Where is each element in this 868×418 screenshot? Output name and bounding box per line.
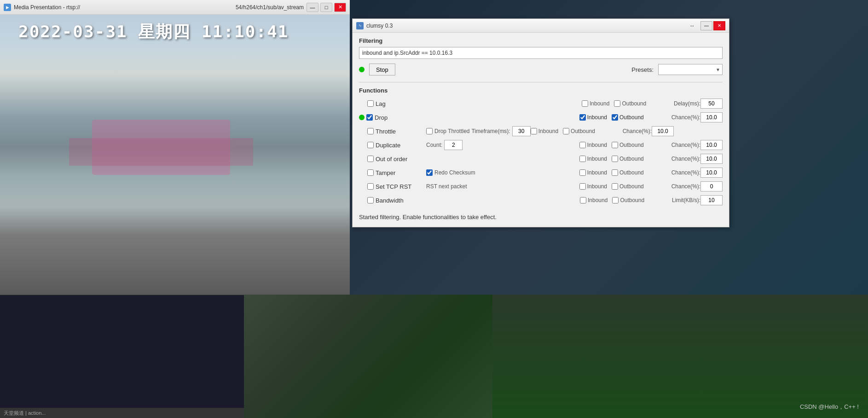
stop-button[interactable]: Stop	[369, 64, 395, 75]
duplicate-inbound-checkbox[interactable]	[579, 142, 586, 148]
duplicate-outbound-checkbox[interactable]	[612, 142, 618, 148]
throttle-inbound-item[interactable]: Inbound	[531, 128, 558, 134]
out-of-order-outbound-item[interactable]: Outbound	[612, 156, 644, 162]
status-indicator	[359, 67, 365, 72]
lag-inbound-label: Inbound	[590, 100, 609, 107]
throttle-timeframe-label: Timeframe(ms):	[471, 128, 510, 134]
bandwidth-label: Bandwidth	[376, 197, 426, 204]
throttle-param-label: Chance(%):	[623, 128, 652, 134]
throttle-outbound-checkbox[interactable]	[563, 128, 569, 134]
video-timestamp: 2022-03-31 星期四 11:10:41	[18, 21, 289, 43]
media-url-partial: 54/h264/ch1/sub/av_stream	[236, 4, 304, 11]
drop-inbound-label: Inbound	[587, 114, 607, 121]
drop-outbound-item[interactable]: Outbound	[612, 114, 644, 121]
bandwidth-inbound-checkbox[interactable]	[580, 197, 586, 203]
throttle-checkbox[interactable]	[367, 128, 374, 134]
media-player-title: Media Presentation - rtsp://	[14, 4, 233, 11]
media-maximize-button[interactable]: □	[320, 3, 332, 12]
bandwidth-outbound-item[interactable]: Outbound	[612, 197, 644, 203]
bandwidth-inbound-item[interactable]: Inbound	[580, 197, 608, 203]
throttle-timeframe-input[interactable]	[512, 126, 531, 136]
throttle-inbound-checkbox[interactable]	[531, 128, 537, 134]
media-player-controls[interactable]: — □ ✕	[307, 3, 346, 12]
duplicate-count-label: Count:	[426, 142, 442, 148]
functions-label: Functions	[359, 87, 723, 94]
media-close-button[interactable]: ✕	[334, 3, 346, 12]
tamper-inbound-item[interactable]: Inbound	[579, 169, 607, 176]
clumsy-window-controls[interactable]: — ✕	[700, 21, 725, 30]
drop-inbound-item[interactable]: Inbound	[579, 114, 607, 121]
throttle-extra: Drop Throttled Timeframe(ms):	[426, 126, 531, 136]
duplicate-checkbox[interactable]	[367, 142, 374, 148]
lag-inbound-item[interactable]: Inbound	[582, 100, 609, 107]
out-of-order-directions: Inbound Outbound	[579, 156, 671, 162]
tamper-extra: Redo Checksum	[426, 169, 527, 176]
duplicate-outbound-item[interactable]: Outbound	[612, 142, 644, 148]
tcp-rst-outbound-label: Outbound	[619, 183, 644, 190]
status-message: Started filtering. Enable functionalitie…	[359, 214, 723, 221]
clumsy-body: Filtering Stop Presets: ▼ Functions Lag	[353, 33, 729, 227]
tcp-rst-outbound-item[interactable]: Outbound	[612, 183, 644, 190]
lag-row: Lag Inbound Outbound Delay(ms):	[359, 97, 723, 110]
duplicate-chance-input[interactable]	[700, 140, 723, 150]
tamper-directions: Inbound Outbound	[579, 169, 671, 176]
throttle-drop-checkbox[interactable]	[426, 128, 433, 134]
tcp-rst-extra: RST next packet	[426, 183, 527, 190]
tcp-rst-active-dot	[359, 183, 365, 190]
tcp-rst-checkbox[interactable]	[367, 183, 374, 190]
out-of-order-inbound-checkbox[interactable]	[579, 156, 586, 162]
out-of-order-chance-input[interactable]	[700, 154, 723, 164]
tamper-chance-input[interactable]	[700, 168, 723, 178]
throttle-label: Throttle	[376, 128, 426, 135]
tcp-rst-inbound-item[interactable]: Inbound	[579, 183, 607, 190]
out-of-order-checkbox[interactable]	[367, 156, 374, 162]
duplicate-param-label: Chance(%):	[671, 142, 700, 148]
drop-inbound-checkbox[interactable]	[579, 114, 586, 121]
clumsy-close-button[interactable]: ✕	[713, 21, 725, 30]
out-of-order-outbound-checkbox[interactable]	[612, 156, 618, 162]
media-minimize-button[interactable]: —	[307, 3, 318, 12]
duplicate-directions: Inbound Outbound	[579, 142, 671, 148]
duplicate-outbound-label: Outbound	[619, 142, 644, 148]
out-of-order-param-label: Chance(%):	[671, 156, 700, 162]
tcp-rst-directions: Inbound Outbound	[579, 183, 671, 190]
duplicate-extra: Count:	[426, 140, 527, 150]
tcp-rst-inbound-checkbox[interactable]	[579, 183, 586, 190]
status-bar: 天堂频道 | action...	[0, 408, 244, 418]
tamper-inbound-checkbox[interactable]	[579, 169, 586, 176]
drop-chance-input[interactable]	[700, 112, 723, 122]
clumsy-minimize-button[interactable]: —	[700, 21, 712, 30]
lag-outbound-checkbox[interactable]	[614, 100, 620, 107]
filter-input[interactable]	[359, 47, 723, 59]
throttle-active-dot	[359, 128, 365, 134]
bandwidth-outbound-checkbox[interactable]	[612, 197, 619, 203]
tamper-checkbox[interactable]	[367, 169, 374, 176]
controls-row: Stop Presets: ▼	[359, 64, 723, 75]
lag-inbound-checkbox[interactable]	[582, 100, 588, 107]
tcp-rst-chance-input[interactable]	[700, 181, 723, 192]
drop-checkbox[interactable]	[366, 114, 373, 121]
set-tcp-rst-row: Set TCP RST RST next packet Inbound Outb…	[359, 180, 723, 193]
bandwidth-checkbox[interactable]	[367, 197, 374, 203]
out-of-order-active-dot	[359, 156, 365, 162]
lag-delay-input[interactable]	[700, 99, 723, 109]
tamper-redo-checksum-checkbox[interactable]	[426, 169, 433, 176]
bandwidth-row: Bandwidth Inbound Outbound Limit(KB/s):	[359, 193, 723, 207]
throttle-inbound-label: Inbound	[538, 128, 558, 134]
tamper-outbound-item[interactable]: Outbound	[612, 169, 644, 176]
out-of-order-inbound-item[interactable]: Inbound	[579, 156, 607, 162]
throttle-outbound-item[interactable]: Outbound	[563, 128, 595, 134]
bandwidth-limit-input[interactable]	[700, 195, 723, 205]
presets-dropdown[interactable]: ▼	[658, 64, 723, 75]
tcp-rst-outbound-checkbox[interactable]	[612, 183, 618, 190]
throttle-chance-input[interactable]	[652, 126, 674, 136]
duplicate-count-input[interactable]	[444, 140, 463, 150]
media-player-icon: ▶	[4, 4, 11, 11]
drop-outbound-checkbox[interactable]	[612, 114, 618, 121]
lag-param-label: Delay(ms):	[674, 100, 700, 107]
tcp-rst-label: Set TCP RST	[376, 183, 426, 190]
tamper-outbound-checkbox[interactable]	[612, 169, 618, 176]
lag-outbound-item[interactable]: Outbound	[614, 100, 646, 107]
duplicate-inbound-item[interactable]: Inbound	[579, 142, 607, 148]
lag-checkbox[interactable]	[367, 100, 374, 107]
